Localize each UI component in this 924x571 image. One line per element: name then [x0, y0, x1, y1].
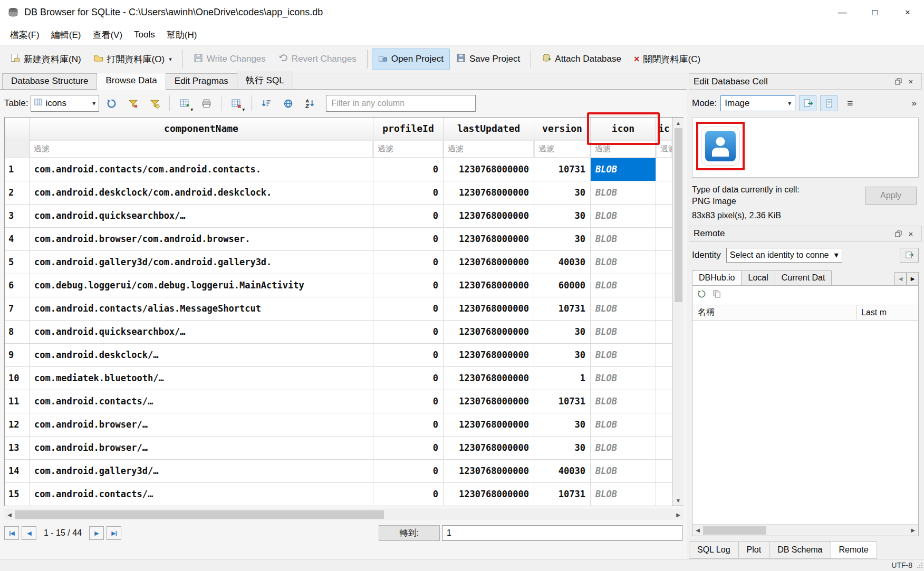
toolbar-overflow-button[interactable]: »: [910, 98, 919, 109]
cell-icon-blob[interactable]: BLOB: [591, 158, 656, 181]
next-record-button[interactable]: ▶: [89, 526, 104, 540]
remote-db-list[interactable]: [692, 321, 918, 524]
cell-icon-blob[interactable]: BLOB: [591, 181, 656, 204]
filter-profileId[interactable]: 過濾: [373, 140, 444, 158]
tab-scroll-right-icon[interactable]: ▶: [907, 272, 919, 285]
remote-refresh-button[interactable]: [697, 289, 706, 301]
row-number[interactable]: 6: [5, 274, 30, 297]
cell-icon-blob[interactable]: BLOB: [591, 390, 656, 413]
delete-record-button[interactable]: ▾: [227, 94, 246, 113]
cell-profileId[interactable]: 0: [373, 459, 444, 482]
horizontal-scrollbar-thumb[interactable]: [15, 510, 384, 519]
dock-tab-remote[interactable]: Remote: [831, 541, 877, 559]
remote-modified-column-header[interactable]: Last m: [857, 308, 918, 317]
new-record-button[interactable]: ▾: [175, 94, 194, 113]
goto-button[interactable]: 轉到:: [379, 525, 440, 541]
cell-partial[interactable]: [656, 413, 672, 436]
cell-partial[interactable]: [656, 343, 672, 366]
minimize-button[interactable]: —: [826, 0, 859, 25]
remote-scrollbar-thumb[interactable]: [703, 526, 766, 535]
column-header-version[interactable]: version: [534, 118, 591, 140]
cell-partial[interactable]: [656, 204, 672, 227]
horizontal-scrollbar-track[interactable]: [384, 509, 673, 520]
cell-lastUpdated[interactable]: 1230768000000: [444, 320, 534, 343]
encoding-indicator[interactable]: UTF-8: [891, 561, 912, 569]
cell-partial[interactable]: [656, 227, 672, 250]
cell-partial[interactable]: [656, 390, 672, 413]
dock-tab-plot[interactable]: Plot: [738, 541, 770, 559]
cell-icon-blob[interactable]: BLOB: [591, 297, 656, 320]
cell-profileId[interactable]: 0: [373, 274, 444, 297]
import-identity-button[interactable]: [900, 248, 919, 263]
filter-lastUpdated[interactable]: 過濾: [444, 140, 534, 158]
cell-lastUpdated[interactable]: 1230768000000: [444, 482, 534, 506]
cell-profileId[interactable]: 0: [373, 413, 444, 436]
cell-icon-blob[interactable]: BLOB: [591, 413, 656, 436]
close-panel-icon[interactable]: ×: [904, 75, 917, 88]
cell-profileId[interactable]: 0: [373, 320, 444, 343]
cell-version[interactable]: 30: [534, 343, 591, 366]
cell-componentName[interactable]: com.android.deskclock/com.android.deskcl…: [30, 181, 373, 204]
cell-lastUpdated[interactable]: 1230768000000: [444, 250, 534, 274]
mode-select[interactable]: Image ▾: [720, 95, 795, 111]
cell-componentName[interactable]: com.android.gallery3d/…: [30, 459, 373, 482]
remote-tab-local[interactable]: Local: [741, 270, 775, 285]
cell-profileId[interactable]: 0: [373, 181, 444, 204]
cell-version[interactable]: 10731: [534, 482, 591, 506]
cell-profileId[interactable]: 0: [373, 297, 444, 320]
menu-view[interactable]: 查看(V): [86, 26, 128, 44]
scroll-down-icon[interactable]: ▼: [673, 495, 684, 506]
cell-componentName[interactable]: com.android.deskclock/…: [30, 343, 373, 366]
cell-partial[interactable]: [656, 366, 672, 390]
cell-lastUpdated[interactable]: 1230768000000: [444, 436, 534, 459]
cell-profileId[interactable]: 0: [373, 204, 444, 227]
cell-lastUpdated[interactable]: 1230768000000: [444, 413, 534, 436]
corner-header[interactable]: [5, 118, 30, 140]
cell-lastUpdated[interactable]: 1230768000000: [444, 204, 534, 227]
tab-scroll-left-icon[interactable]: ◀: [894, 272, 907, 285]
tab-edit-pragmas[interactable]: Edit Pragmas: [166, 73, 237, 89]
sort-asc-button[interactable]: [257, 94, 276, 113]
cell-componentName[interactable]: com.android.browser/…: [30, 413, 373, 436]
cell-icon-blob[interactable]: BLOB: [591, 482, 656, 506]
cell-profileId[interactable]: 0: [373, 436, 444, 459]
print-cell-button[interactable]: ≡: [841, 95, 859, 111]
dock-tab-db-schema[interactable]: DB Schema: [769, 541, 831, 559]
tab-database-structure[interactable]: Database Structure: [2, 73, 97, 89]
cell-componentName[interactable]: com.android.contacts/alias.MessageShortc…: [30, 297, 373, 320]
vertical-scrollbar-thumb[interactable]: [675, 128, 682, 302]
horizontal-scrollbar[interactable]: ◀ ▶: [4, 509, 684, 520]
last-record-button[interactable]: ▶|: [107, 526, 121, 540]
row-number[interactable]: 13: [5, 436, 30, 459]
open-database-button[interactable]: 打開資料庫(O) ▾: [88, 49, 178, 70]
cell-componentName[interactable]: com.android.quicksearchbox/…: [30, 204, 373, 227]
cell-icon-blob[interactable]: BLOB: [591, 250, 656, 274]
remote-clone-button[interactable]: [713, 289, 721, 301]
cell-partial[interactable]: [656, 274, 672, 297]
cell-lastUpdated[interactable]: 1230768000000: [444, 366, 534, 390]
filter-icon[interactable]: 過濾: [591, 140, 656, 158]
scroll-left-icon[interactable]: ◀: [4, 509, 15, 520]
new-database-button[interactable]: 新建資料庫(N): [4, 49, 88, 70]
previous-record-button[interactable]: ◀: [22, 526, 36, 540]
save-project-button[interactable]: Save Project: [450, 49, 526, 70]
cell-lastUpdated[interactable]: 1230768000000: [444, 390, 534, 413]
cell-version[interactable]: 10731: [534, 390, 591, 413]
menu-help[interactable]: 幫助(H): [161, 26, 203, 44]
cell-icon-blob[interactable]: BLOB: [591, 227, 656, 250]
cell-icon-blob[interactable]: BLOB: [591, 366, 656, 390]
scroll-up-icon[interactable]: ▲: [673, 118, 684, 128]
encoding-button[interactable]: [278, 94, 297, 113]
row-number[interactable]: 3: [5, 204, 30, 227]
goto-input[interactable]: [442, 525, 682, 541]
cell-version[interactable]: 10731: [534, 158, 591, 181]
cell-componentName[interactable]: com.android.browser/com.android.browser.: [30, 227, 373, 250]
cell-partial[interactable]: [656, 181, 672, 204]
row-number[interactable]: 14: [5, 459, 30, 482]
cell-version[interactable]: 40030: [534, 250, 591, 274]
contact-app-icon[interactable]: [701, 127, 740, 166]
close-panel-icon[interactable]: ×: [904, 227, 917, 240]
cell-componentName[interactable]: com.android.quicksearchbox/…: [30, 320, 373, 343]
column-header-icon[interactable]: icon: [591, 118, 656, 140]
column-header-partial[interactable]: ic: [656, 118, 672, 140]
